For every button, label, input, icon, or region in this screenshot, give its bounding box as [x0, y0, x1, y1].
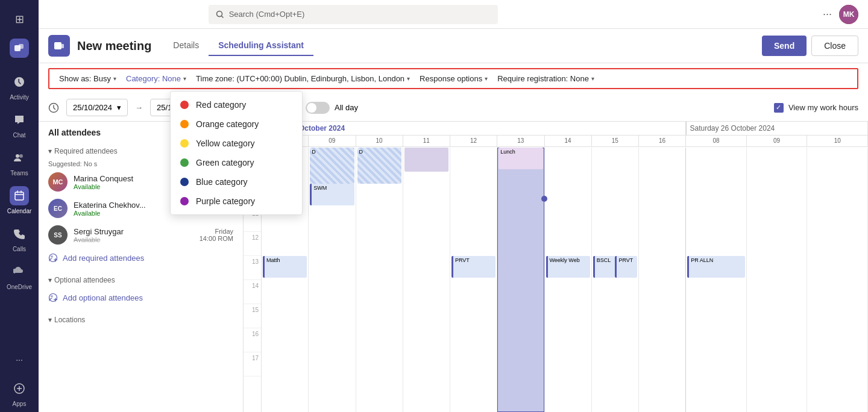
main-content: Search (Cmd+Opt+E) ··· MK New meeting De… [39, 0, 868, 412]
add-optional-icon [48, 293, 58, 302]
topbar-right: ··· MK [823, 5, 858, 24]
meeting-title: New meeting [77, 39, 151, 53]
category-orange[interactable]: Orange category [171, 114, 302, 134]
attendee-avatar-marina: MC [48, 172, 68, 192]
more-options-icon[interactable]: ··· [823, 8, 832, 20]
show-as-dropdown[interactable]: Show as: Busy ▾ [59, 74, 116, 83]
search-placeholder: Search (Cmd+Opt+E) [229, 10, 305, 19]
allday-toggle-switch[interactable] [306, 102, 330, 114]
sidebar-item-teams[interactable]: Teams [0, 143, 39, 181]
sat-col-09 [747, 148, 808, 412]
sidebar-label-activity: Activity [10, 94, 29, 101]
add-optional-attendees[interactable]: Add optional attendees [39, 288, 243, 307]
start-date-input[interactable]: 25/10/2024 ▾ [66, 99, 128, 116]
hour-col-header: 15 [592, 136, 639, 146]
category-green[interactable]: Green category [171, 153, 302, 172]
hour-col-16 [639, 148, 686, 412]
response-label: Response options [420, 74, 482, 83]
attendee-avatar-ekaterina: EC [48, 199, 68, 218]
registration-label: Require registration: None [497, 74, 589, 83]
attendee-avatar-sergi: SS [48, 225, 68, 245]
calendar-icon [10, 186, 29, 205]
allday-toggle[interactable]: All day [306, 102, 358, 114]
sat-hour-header: 08 [686, 136, 747, 146]
yellow-category-label: Yellow category [196, 139, 255, 148]
sidebar-item-activity[interactable]: Activity [0, 67, 39, 105]
tab-scheduling[interactable]: Scheduling Assistant [209, 36, 313, 56]
sidebar-item-calls[interactable]: Calls [0, 219, 39, 257]
hour-col-13-selected: Lunch [497, 148, 544, 412]
friday-columns: 08 09 10 11 12 13 14 15 16 [262, 136, 686, 412]
event-bscl: BSCL [593, 256, 615, 278]
svg-point-3 [19, 154, 23, 158]
green-dot [180, 158, 189, 167]
user-avatar[interactable]: MK [839, 5, 858, 24]
category-blue[interactable]: Blue category [171, 172, 302, 192]
send-button[interactable]: Send [762, 36, 807, 56]
tab-bar: Details Scheduling Assistant [163, 36, 313, 56]
options-toolbar: Show as: Busy ▾ Category: None ▾ Time zo… [48, 68, 858, 89]
category-dropdown-trigger[interactable]: Category: None ▾ [126, 74, 186, 83]
hour-label: 12 [244, 232, 261, 256]
sidebar-item-calendar[interactable]: Calendar [0, 181, 39, 219]
calendar-header-row: Friday 25 October 2024 Saturday 26 Octob… [244, 122, 868, 136]
hour-col-header: 09 [309, 136, 356, 146]
category-yellow[interactable]: Yellow category [171, 134, 302, 153]
event-weekly-web: Weekly Web [546, 256, 590, 278]
category-purple[interactable]: Purple category [171, 192, 302, 211]
topbar: Search (Cmd+Opt+E) ··· MK [39, 0, 868, 29]
meeting-actions: Send Close [762, 36, 858, 56]
timezone-label: Time zone: (UTC+00:00) Dublin, Edinburgh… [196, 74, 404, 83]
friday-header: Friday 25 October 2024 [262, 122, 686, 135]
clock-icon [48, 102, 59, 113]
add-required-label: Add required attendees [63, 254, 144, 263]
avatar-image: MK [839, 5, 858, 24]
sidebar-item-more[interactable]: ··· [0, 345, 39, 374]
orange-category-label: Orange category [196, 119, 259, 129]
orange-dot [180, 120, 189, 128]
view-work-hours-checkbox[interactable]: ✓ [774, 103, 784, 113]
registration-dropdown[interactable]: Require registration: None ▾ [497, 74, 594, 83]
sat-col-10 [807, 148, 868, 412]
sidebar-item-onedrive[interactable]: OneDrive [0, 257, 39, 295]
view-work-hours[interactable]: ✓ View my work hours [774, 103, 858, 113]
add-required-attendees[interactable]: Add required attendees [39, 248, 243, 267]
response-dropdown[interactable]: Response options ▾ [420, 74, 488, 83]
allday-label: All day [335, 103, 358, 112]
attendee-info-sergi: Sergi Struygar Available [74, 227, 193, 243]
event-blocked-marina [404, 148, 448, 172]
chat-icon [10, 110, 29, 130]
friday-sub-headers: 08 09 10 11 12 13 14 15 16 [262, 136, 686, 147]
purple-category-label: Purple category [196, 196, 255, 206]
calls-icon [10, 224, 29, 243]
attendee-status-sergi: Available [74, 236, 193, 243]
sat-col-08: PR ALLN [686, 148, 747, 412]
response-chevron: ▾ [485, 75, 488, 82]
sidebar-label-calls: Calls [13, 246, 26, 252]
sidebar-item-teams-logo[interactable] [0, 34, 39, 63]
saturday-sub-headers: 08 09 10 [686, 136, 868, 147]
teams-logo-icon [10, 39, 29, 58]
search-icon [216, 10, 224, 19]
sat-hour-header: 09 [747, 136, 808, 146]
sat-hour-header: 10 [807, 136, 868, 146]
event-d-striped: D [310, 148, 354, 184]
event-lunch: Lunch [498, 148, 542, 169]
sidebar-item-chat[interactable]: Chat [0, 105, 39, 143]
optional-label: Optional attendees [54, 276, 115, 284]
grid-icon: ⊞ [10, 10, 29, 29]
tab-details[interactable]: Details [163, 36, 209, 56]
show-as-chevron: ▾ [113, 75, 116, 82]
timezone-dropdown[interactable]: Time zone: (UTC+00:00) Dublin, Edinburgh… [196, 74, 410, 83]
show-as-label: Show as: Busy [59, 74, 111, 83]
event-d: D [357, 148, 401, 184]
meeting-header: New meeting Details Scheduling Assistant… [39, 29, 868, 63]
close-button[interactable]: Close [811, 36, 858, 56]
sidebar-item-grid[interactable]: ⊞ [0, 5, 39, 34]
search-bar[interactable]: Search (Cmd+Opt+E) [209, 5, 498, 24]
yellow-dot [180, 139, 189, 148]
purple-dot [180, 197, 189, 205]
sidebar-label-calendar: Calendar [7, 208, 32, 214]
sidebar-item-apps[interactable]: Apps [0, 374, 39, 412]
category-red[interactable]: Red category [171, 95, 302, 114]
